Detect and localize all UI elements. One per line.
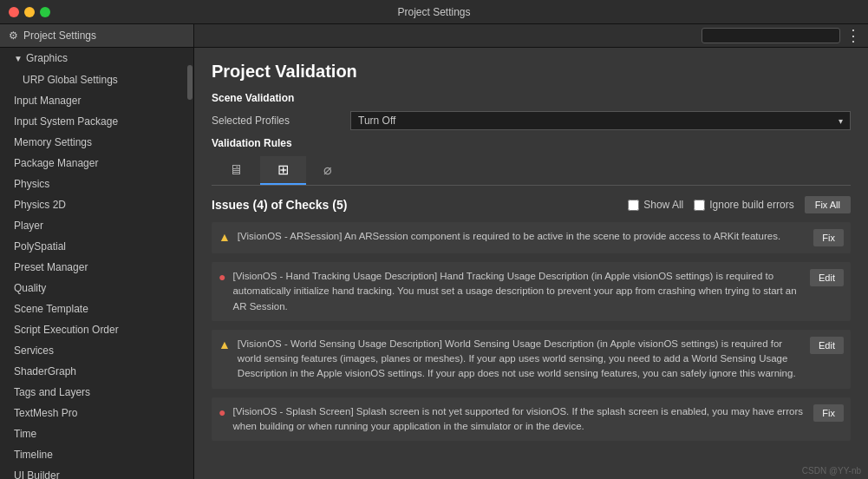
show-all-label: Show All — [643, 199, 683, 211]
sidebar-item-package-manager[interactable]: Package Manager — [0, 153, 186, 174]
issues-title: Issues (4) of Checks (5) — [212, 198, 617, 212]
issues-header-row: Issues (4) of Checks (5) Show All Ignore… — [212, 196, 851, 213]
error-icon: ● — [219, 270, 225, 284]
validation-rules-header: Validation Rules — [212, 137, 851, 149]
sidebar-item-input-system-package[interactable]: Input System Package — [0, 111, 186, 132]
more-options-button[interactable]: ⋮ — [845, 28, 861, 43]
issue-edit-button-2[interactable]: Edit — [810, 337, 844, 354]
issue-row-1: ● [VisionOS - Hand Tracking Usage Descri… — [212, 262, 851, 321]
sidebar-scrollbar[interactable] — [186, 48, 193, 479]
sidebar-item-ui-builder[interactable]: UI Builder — [0, 465, 186, 479]
sidebar-item-physics-2d[interactable]: Physics 2D — [0, 194, 186, 215]
window-controls[interactable] — [9, 7, 50, 17]
arrow-icon: ▼ — [14, 54, 23, 63]
issue-text-1: [VisionOS - Hand Tracking Usage Descript… — [232, 269, 803, 314]
window-title: Project Settings — [397, 6, 470, 18]
tab-link[interactable]: ⌀ — [306, 156, 349, 185]
content-body: Project Validation Scene Validation Sele… — [194, 48, 868, 479]
sidebar-item-services[interactable]: Services — [0, 340, 186, 361]
minimize-button[interactable] — [24, 7, 35, 17]
issues-list: ▲ [VisionOS - ARSession] An ARSession co… — [212, 222, 851, 441]
error-icon: ● — [219, 405, 225, 419]
chevron-down-icon: ▾ — [839, 116, 843, 126]
warning-icon: ▲ — [219, 230, 231, 244]
sidebar-item-polyspatial[interactable]: PolySpatial — [0, 236, 186, 257]
ignore-build-errors-label: Ignore build errors — [709, 199, 793, 211]
ignore-build-errors-group: Ignore build errors — [694, 199, 793, 211]
desktop-tab-icon: 🖥 — [229, 162, 243, 178]
sidebar-item-script-execution-order[interactable]: Script Execution Order — [0, 319, 186, 340]
main-layout: ⚙ Project Settings ▼GraphicsURP Global S… — [0, 24, 868, 479]
sidebar-item-shadergraph[interactable]: ShaderGraph — [0, 361, 186, 382]
validation-tabs: 🖥⊞⌀ — [212, 156, 851, 186]
sidebar-item-urp[interactable]: URP Global Settings — [0, 69, 186, 90]
sidebar-item-timeline[interactable]: Timeline — [0, 444, 186, 465]
ignore-build-errors-checkbox[interactable] — [694, 200, 705, 211]
issue-fix-button-0[interactable]: Fix — [813, 229, 844, 246]
sidebar-item-physics[interactable]: Physics — [0, 174, 186, 194]
issue-text-3: [VisionOS - Splash Screen] Splash screen… — [232, 404, 806, 435]
tab-desktop[interactable]: 🖥 — [212, 156, 260, 185]
sidebar-scrollbar-thumb[interactable] — [187, 65, 193, 100]
issue-row-3: ● [VisionOS - Splash Screen] Splash scre… — [212, 397, 851, 442]
issue-edit-button-1[interactable]: Edit — [810, 269, 844, 286]
content-toolbar: ⋮ — [194, 24, 868, 48]
sidebar-header-label: Project Settings — [23, 30, 96, 42]
sidebar-item-input-manager[interactable]: Input Manager — [0, 90, 186, 111]
gear-icon: ⚙ — [9, 30, 18, 42]
sidebar-item-graphics[interactable]: ▼Graphics — [0, 48, 186, 69]
issue-fix-button-3[interactable]: Fix — [813, 404, 844, 422]
close-button[interactable] — [9, 7, 19, 17]
sidebar-scroll-area: ▼GraphicsURP Global SettingsInput Manage… — [0, 48, 193, 479]
link-tab-icon: ⌀ — [323, 161, 332, 178]
maximize-button[interactable] — [40, 7, 50, 17]
selected-profiles-value: Turn Off — [358, 115, 395, 127]
sidebar-item-quality[interactable]: Quality — [0, 278, 186, 299]
sidebar-item-preset-manager[interactable]: Preset Manager — [0, 257, 186, 278]
show-all-group: Show All — [628, 199, 683, 211]
selected-profiles-row: Selected Profiles Turn Off ▾ — [212, 111, 851, 130]
show-all-checkbox[interactable] — [628, 200, 639, 211]
grid-tab-icon: ⊞ — [277, 161, 289, 178]
sidebar-item-player[interactable]: Player — [0, 215, 186, 236]
sidebar-item-list: ▼GraphicsURP Global SettingsInput Manage… — [0, 48, 186, 479]
scene-validation-header: Scene Validation — [212, 92, 851, 104]
watermark: CSDN @YY-nb — [802, 466, 861, 476]
title-bar: Project Settings — [0, 0, 868, 24]
selected-profiles-dropdown[interactable]: Turn Off ▾ — [350, 111, 851, 130]
selected-profiles-label: Selected Profiles — [212, 115, 350, 127]
issue-text-2: [VisionOS - World Sensing Usage Descript… — [238, 337, 803, 382]
warning-icon: ▲ — [219, 338, 231, 351]
tab-grid[interactable]: ⊞ — [260, 156, 306, 185]
sidebar-item-scene-template[interactable]: Scene Template — [0, 299, 186, 319]
page-title: Project Validation — [212, 62, 851, 82]
sidebar-item-textmesh-pro[interactable]: TextMesh Pro — [0, 403, 186, 423]
issue-text-0: [VisionOS - ARSession] An ARSession comp… — [238, 229, 806, 244]
sidebar-item-memory-settings[interactable]: Memory Settings — [0, 132, 186, 153]
sidebar-header: ⚙ Project Settings — [0, 24, 193, 48]
sidebar-item-tags-and-layers[interactable]: Tags and Layers — [0, 382, 186, 403]
fix-all-button[interactable]: Fix All — [805, 196, 851, 213]
sidebar-item-time[interactable]: Time — [0, 423, 186, 444]
content-area: ⋮ Project Validation Scene Validation Se… — [194, 24, 868, 479]
sidebar: ⚙ Project Settings ▼GraphicsURP Global S… — [0, 24, 194, 479]
search-input[interactable] — [702, 28, 840, 43]
issue-row-2: ▲ [VisionOS - World Sensing Usage Descri… — [212, 330, 851, 389]
issue-row-0: ▲ [VisionOS - ARSession] An ARSession co… — [212, 222, 851, 253]
